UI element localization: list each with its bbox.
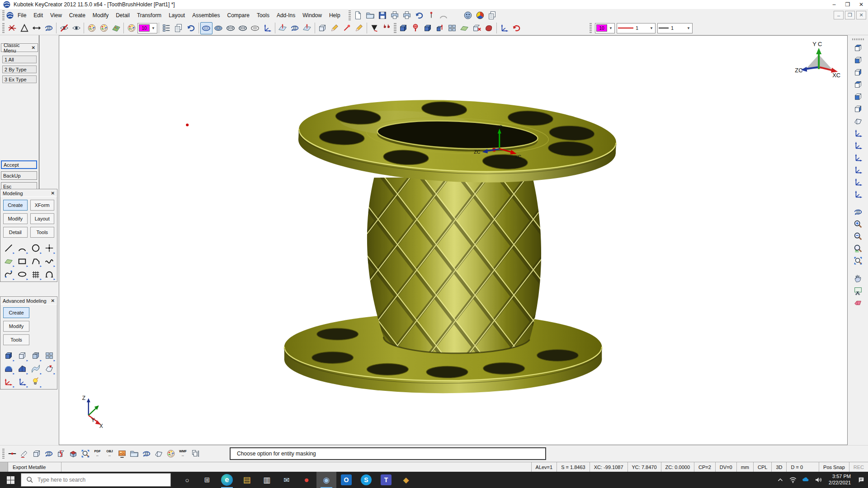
spline-tool-icon[interactable] xyxy=(43,255,55,267)
point-entity[interactable] xyxy=(186,124,189,127)
csys-flip-icon[interactable] xyxy=(852,164,864,176)
pushpin-icon[interactable] xyxy=(425,9,438,21)
advanced-category-button[interactable]: Tools xyxy=(3,334,29,345)
search-input[interactable] xyxy=(38,477,151,483)
modeling-category-button[interactable]: XForm xyxy=(30,200,55,211)
file-explorer-icon[interactable]: ▤ xyxy=(237,472,257,488)
cortana-icon[interactable]: ○ xyxy=(177,472,197,488)
wire-box-icon[interactable] xyxy=(16,349,28,361)
modeling-category-button[interactable]: Layout xyxy=(30,213,55,224)
view-back-icon[interactable] xyxy=(852,90,864,103)
new-file-icon[interactable] xyxy=(352,9,364,21)
window-close-button[interactable]: ✕ xyxy=(854,0,868,9)
block-feature-icon[interactable] xyxy=(29,349,42,361)
modeling-category-button[interactable]: Tools xyxy=(30,227,55,238)
zoom-scale-icon[interactable] xyxy=(852,242,864,254)
toolbar-grip[interactable] xyxy=(349,10,351,20)
shaded-mode-icon[interactable] xyxy=(200,22,212,34)
shaded-edges-icon[interactable] xyxy=(212,22,225,34)
block-array-icon[interactable] xyxy=(43,349,55,361)
point-tool-icon[interactable] xyxy=(43,242,55,254)
chevron-down-icon[interactable]: ▼ xyxy=(151,26,156,30)
color-assign-icon[interactable] xyxy=(98,22,110,34)
draw-cube-icon[interactable] xyxy=(316,22,329,34)
toolbar-grip[interactable] xyxy=(2,23,5,33)
mail-icon[interactable]: ✉ xyxy=(277,472,297,488)
red-pin-icon[interactable] xyxy=(341,22,353,34)
palette-pen-icon[interactable] xyxy=(165,448,177,460)
menu-item[interactable]: Window xyxy=(299,10,326,20)
advanced-category-button[interactable]: Create xyxy=(3,307,29,318)
wireframe-mode-icon[interactable] xyxy=(225,22,237,34)
zoom-out-icon[interactable] xyxy=(852,230,864,242)
menu-item[interactable]: Help xyxy=(326,10,344,20)
status-field[interactable]: S = 1.8463 xyxy=(557,462,590,472)
mesh-tool-icon[interactable] xyxy=(29,268,42,280)
red-swoosh-icon[interactable] xyxy=(510,22,523,34)
level-dropdown[interactable]: 10 ▼ xyxy=(595,23,615,33)
csys-x-up-icon[interactable] xyxy=(852,151,864,164)
axis-cpl-icon[interactable] xyxy=(16,375,28,388)
layer-list-icon[interactable] xyxy=(189,448,201,460)
view-front-icon[interactable] xyxy=(852,54,864,66)
line-width-dropdown[interactable]: 1 ▼ xyxy=(657,23,693,33)
status-field[interactable]: XC: -99.1087 xyxy=(590,462,627,472)
zoom-in-icon[interactable] xyxy=(852,218,864,230)
view-left-icon[interactable] xyxy=(852,103,864,115)
quote-tool-icon[interactable] xyxy=(381,22,393,34)
status-field[interactable]: YC: 7.8470 xyxy=(627,462,661,472)
mdi-minimize-button[interactable]: – xyxy=(834,11,844,19)
solid-block-icon[interactable] xyxy=(2,349,14,361)
toolbar-grip[interactable] xyxy=(2,449,5,459)
skype-icon[interactable]: S xyxy=(356,472,376,488)
classic-menu-item[interactable]: 2 By Type xyxy=(2,66,37,73)
solid-blend-icon[interactable] xyxy=(483,22,495,34)
status-field[interactable]: REC xyxy=(849,462,868,472)
taskbar-search[interactable] xyxy=(21,473,171,487)
toolbar-grip[interactable] xyxy=(2,10,5,20)
modeling-category-button[interactable]: Create xyxy=(3,200,28,211)
status-field[interactable]: Pos Snap xyxy=(819,462,849,472)
print-icon[interactable] xyxy=(389,9,401,21)
window-restore-button[interactable]: ❐ xyxy=(841,0,854,9)
status-field[interactable]: ALev=1 xyxy=(531,462,557,472)
chevron-up-icon[interactable] xyxy=(776,476,784,484)
view-right-icon[interactable] xyxy=(852,66,864,78)
menu-item[interactable]: Edit xyxy=(30,10,47,20)
keycreator-icon[interactable]: ◉ xyxy=(316,472,336,488)
view-plane-icon[interactable] xyxy=(301,22,313,34)
mask-select-icon[interactable] xyxy=(368,22,381,34)
view-bottom-icon[interactable] xyxy=(852,78,864,90)
arch-tool-icon[interactable] xyxy=(43,268,55,280)
axis-display-icon[interactable] xyxy=(261,22,274,34)
copy-icon[interactable] xyxy=(486,9,499,21)
model-canvas[interactable]: YC XC ZC YC ZC XC xyxy=(59,36,847,445)
volume-icon[interactable] xyxy=(814,476,822,484)
undo-icon[interactable] xyxy=(413,9,425,21)
export-obj-icon[interactable]: OBJ ↔ xyxy=(104,448,116,460)
viewport[interactable]: YC XC ZC YC ZC XC xyxy=(59,35,848,445)
arc-tool-icon[interactable] xyxy=(16,242,28,254)
wedge-block-icon[interactable] xyxy=(16,362,28,375)
mask-copy-icon[interactable] xyxy=(173,22,185,34)
menu-item[interactable]: Modify xyxy=(89,10,112,20)
prompt-bar[interactable]: Choose option for entity masking xyxy=(230,447,546,460)
menu-item[interactable]: Add-Ins xyxy=(273,10,299,20)
open-file-icon[interactable] xyxy=(128,448,140,460)
menu-item[interactable]: Transform xyxy=(133,10,165,20)
menu-item[interactable]: View xyxy=(47,10,66,20)
solid-block-icon[interactable] xyxy=(397,22,410,34)
curve-tool-icon[interactable] xyxy=(2,268,14,280)
menu-item[interactable]: Create xyxy=(66,10,89,20)
backup-button[interactable]: BackUp xyxy=(1,171,37,180)
csys-rotate-icon[interactable] xyxy=(852,176,864,188)
taskbar-clock[interactable]: 3:57 PM 2/22/2021 xyxy=(827,474,853,486)
classic-menu-item[interactable]: 3 Ex Type xyxy=(2,75,37,83)
color-fill-icon[interactable] xyxy=(110,22,122,34)
sketch-pencil-icon[interactable] xyxy=(329,22,341,34)
polyline-tool-icon[interactable] xyxy=(29,255,42,267)
show-entities-icon[interactable] xyxy=(70,22,82,34)
browser-red-icon[interactable]: ● xyxy=(297,472,316,488)
export-box-icon[interactable] xyxy=(67,448,79,460)
export-wmf-icon[interactable]: WMF ↔ xyxy=(177,448,189,460)
